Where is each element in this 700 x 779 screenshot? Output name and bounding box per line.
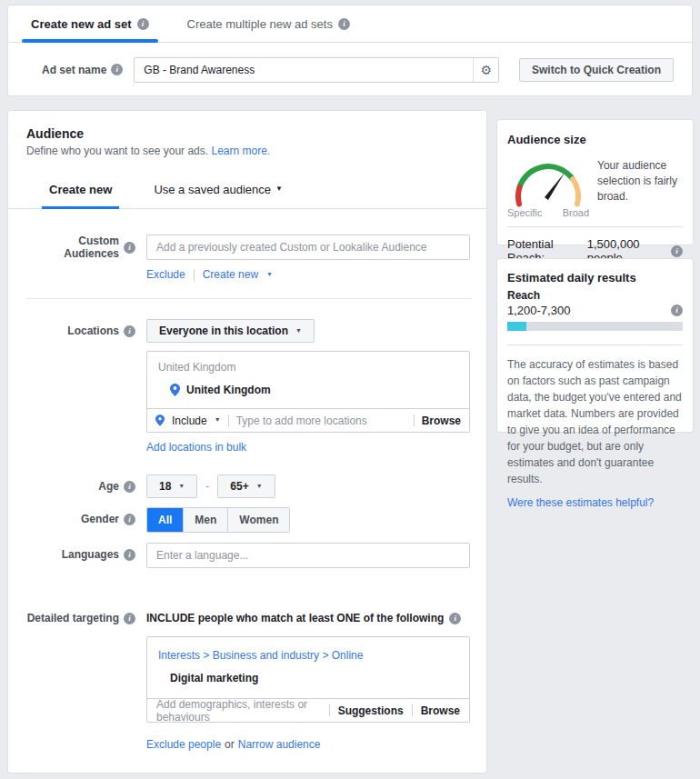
info-icon[interactable]: i <box>124 242 135 254</box>
browse-locations-button[interactable]: Browse <box>422 414 461 427</box>
interest-breadcrumb[interactable]: Interests > Business and industry > Onli… <box>147 637 469 662</box>
detailed-targeting-label: Detailed targeting i <box>26 606 146 630</box>
tab-create-new-ad-set[interactable]: Create new ad set i <box>22 5 158 42</box>
locations-group-header: United Kingdom <box>147 352 469 374</box>
add-location-input[interactable]: Type to add more locations <box>236 414 406 427</box>
info-icon[interactable]: i <box>671 245 683 257</box>
info-icon[interactable]: i <box>124 514 135 525</box>
chevron-down-icon[interactable]: ▼ <box>215 416 221 423</box>
info-icon[interactable]: i <box>338 18 350 30</box>
gender-field: All Men Women <box>146 507 470 533</box>
gender-option-all[interactable]: All <box>147 508 183 532</box>
gender-option-men[interactable]: Men <box>183 508 227 532</box>
info-icon[interactable]: i <box>124 613 135 624</box>
estimated-results-title: Estimated daily results <box>507 271 683 285</box>
ads-manager-page: Create new ad set i Create multiple new … <box>0 0 700 779</box>
custom-audiences-field: Add a previously created Custom or Looka… <box>146 235 470 281</box>
estimates-feedback-link[interactable]: Were these estimates helpful? <box>507 496 654 509</box>
section-divider <box>26 775 472 776</box>
selected-location-item[interactable]: United Kingdom <box>147 374 469 408</box>
gender-option-women[interactable]: Women <box>227 508 289 532</box>
selected-locations-box: United Kingdom United Kingdom <box>146 351 470 409</box>
ad-set-tabs: Create new ad set i Create multiple new … <box>8 5 692 43</box>
custom-audiences-row: Custom Audiences i Add a previously crea… <box>26 235 472 281</box>
bulk-locations-line: Add locations in bulk <box>146 441 470 454</box>
selected-interest[interactable]: Digital marketing <box>147 662 469 698</box>
age-max-dropdown[interactable]: 65+ ▼ <box>217 474 275 498</box>
audience-size-gauge-row: Specific Broad Your audience selection i… <box>507 155 683 218</box>
ad-set-header-card: Create new ad set i Create multiple new … <box>7 5 693 96</box>
exclude-link[interactable]: Exclude <box>146 268 185 281</box>
create-new-audience-link[interactable]: Create new <box>203 268 258 281</box>
tab-use-saved-audience[interactable]: Use a saved audience ▼ <box>146 183 290 208</box>
chevron-down-icon: ▼ <box>295 327 302 334</box>
reach-range-value: 1,200-7,300 <box>507 304 570 317</box>
audience-panel-head: Audience Define who you want to see your… <box>8 111 486 157</box>
age-min-dropdown[interactable]: 18 ▼ <box>146 474 197 498</box>
gauge-needle <box>545 173 565 200</box>
switch-to-quick-creation-button[interactable]: Switch to Quick Creation <box>519 58 674 82</box>
info-icon[interactable]: i <box>124 549 135 561</box>
info-icon[interactable]: i <box>124 325 135 337</box>
info-icon[interactable]: i <box>671 305 683 316</box>
chevron-down-icon: ▼ <box>256 483 263 489</box>
reach-range-line: 1,200-7,300 i <box>507 304 683 317</box>
learn-more-link[interactable]: Learn more. <box>211 145 270 157</box>
vertical-divider <box>329 704 330 716</box>
custom-audiences-placeholder: Add a previously created Custom or Looka… <box>156 241 427 254</box>
gender-row: Gender i All Men Women <box>26 507 472 533</box>
audience-size-card: Audience size Specific Broad Your audien… <box>496 119 694 245</box>
audience-subtitle: Define who you want to see your ads. Lea… <box>26 145 468 157</box>
gender-segmented-control: All Men Women <box>146 507 290 533</box>
feedback-line: Were these estimates helpful? <box>507 496 683 509</box>
selected-location-name: United Kingdom <box>186 384 271 396</box>
tab-label: Create new <box>49 183 112 196</box>
age-field: 18 ▼ - 65+ ▼ <box>146 474 470 498</box>
languages-field: Enter a language... <box>146 543 470 568</box>
tab-label: Create new ad set <box>31 17 132 31</box>
info-icon[interactable]: i <box>111 64 123 75</box>
chevron-down-icon: ▼ <box>275 185 283 193</box>
divider <box>507 345 683 345</box>
info-icon[interactable]: i <box>449 613 461 624</box>
location-type-dropdown[interactable]: Everyone in this location ▼ <box>146 319 315 343</box>
audience-title: Audience <box>26 126 468 141</box>
ad-set-name-input[interactable]: GB - Brand Awareness ⚙ <box>134 57 499 83</box>
browse-targeting-button[interactable]: Browse <box>421 704 460 717</box>
include-mode-label[interactable]: Include <box>172 414 207 427</box>
suggestions-button[interactable]: Suggestions <box>338 704 404 717</box>
age-label: Age i <box>26 474 146 498</box>
add-targeting-input[interactable]: Add demographics, interests or behaviour… <box>156 698 321 724</box>
vertical-divider <box>228 414 229 426</box>
exclude-narrow-line: Exclude people or Narrow audience <box>146 738 470 751</box>
add-locations-in-bulk-link[interactable]: Add locations in bulk <box>146 441 246 454</box>
info-icon[interactable]: i <box>137 18 149 30</box>
exclude-people-link[interactable]: Exclude people <box>146 738 221 751</box>
reach-metric-label: Reach <box>507 289 683 302</box>
tab-label: Create multiple new ad sets <box>187 17 333 31</box>
location-pin-icon <box>170 384 180 396</box>
locations-label: Locations i <box>26 319 146 343</box>
audience-size-description: Your audience selection is fairly broad. <box>597 155 683 218</box>
gauge-label-specific: Specific <box>507 207 543 218</box>
languages-row: Languages i Enter a language... <box>26 543 472 568</box>
detailed-targeting-field: INCLUDE people who match at least ONE of… <box>146 606 470 751</box>
custom-audiences-input[interactable]: Add a previously created Custom or Looka… <box>146 235 470 260</box>
ad-set-name-settings-button[interactable]: ⚙ <box>473 58 498 82</box>
narrow-audience-link[interactable]: Narrow audience <box>238 738 321 751</box>
chevron-down-icon: ▼ <box>266 271 273 277</box>
reach-progress-bar <box>507 322 683 331</box>
audience-size-gauge: Specific Broad <box>507 155 589 218</box>
tab-create-new-audience[interactable]: Create new <box>42 183 119 208</box>
detailed-targeting-row: Detailed targeting i INCLUDE people who … <box>26 606 472 751</box>
audience-size-title: Audience size <box>507 133 683 146</box>
ad-set-name-label: Ad set name i <box>42 64 123 76</box>
languages-input[interactable]: Enter a language... <box>146 543 470 568</box>
estimates-disclaimer: The accuracy of estimates is based on fa… <box>507 356 683 487</box>
age-row: Age i 18 ▼ - 65+ ▼ <box>26 474 472 498</box>
info-icon[interactable]: i <box>124 481 135 493</box>
tab-create-multiple-new-ad-sets[interactable]: Create multiple new ad sets i <box>178 5 359 42</box>
reach-progress-fill <box>507 322 526 331</box>
locations-row: Locations i Everyone in this location ▼ … <box>26 319 472 454</box>
ad-set-name-row: Ad set name i GB - Brand Awareness ⚙ Swi… <box>8 43 692 96</box>
